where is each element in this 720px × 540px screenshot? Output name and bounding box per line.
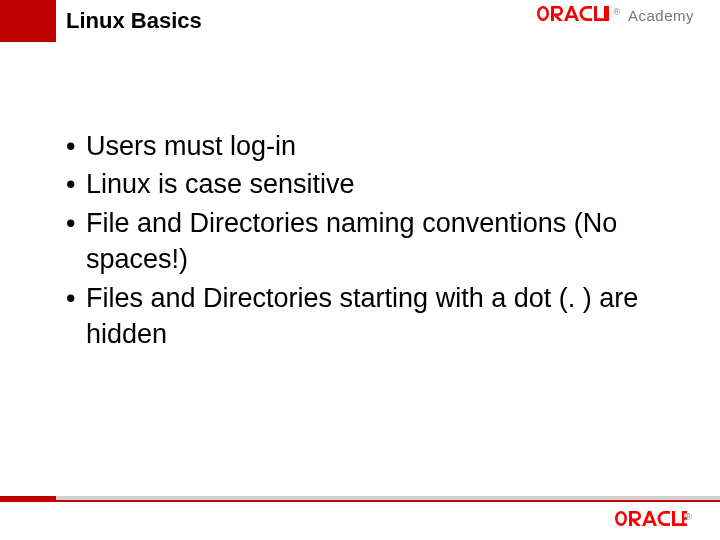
brand-suffix: Academy — [628, 7, 694, 24]
oracle-logo — [615, 511, 687, 526]
registered-mark: ® — [685, 512, 692, 522]
svg-rect-9 — [618, 514, 625, 524]
bullet-list: Users must log-in Linux is case sensitiv… — [66, 128, 670, 353]
bottom-brand: ® — [615, 511, 694, 528]
slide-title: Linux Basics — [66, 8, 202, 34]
bullet-item: Files and Directories starting with a do… — [66, 280, 670, 353]
bullet-item: File and Directories naming conventions … — [66, 205, 670, 278]
svg-rect-7 — [604, 6, 606, 21]
bullet-item: Users must log-in — [66, 128, 670, 164]
oracle-logo — [537, 6, 609, 21]
registered-mark: ® — [613, 7, 620, 17]
slide: Linux Basics — [0, 0, 720, 540]
slide-body: Users must log-in Linux is case sensitiv… — [66, 128, 670, 355]
svg-rect-13 — [682, 511, 684, 526]
bullet-item: Linux is case sensitive — [66, 166, 670, 202]
accent-box — [0, 0, 56, 42]
footer-divider — [0, 496, 720, 502]
top-brand: ® Academy — [537, 6, 694, 24]
svg-rect-1 — [540, 9, 547, 19]
